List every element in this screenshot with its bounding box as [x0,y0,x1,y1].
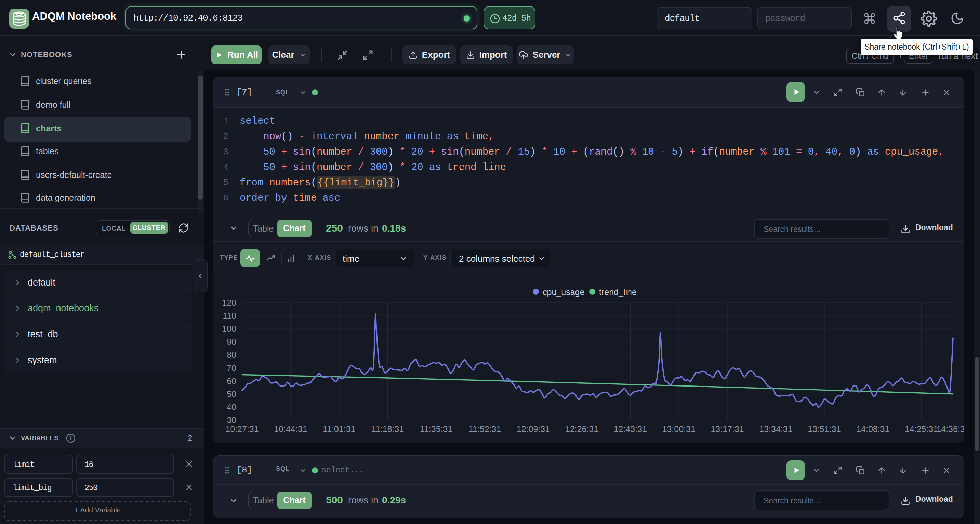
svg-text:50: 50 [227,389,236,399]
svg-text:70: 70 [227,363,236,373]
svg-text:13:51:31: 13:51:31 [808,424,841,434]
svg-text:11:01:31: 11:01:31 [323,424,355,434]
svg-text:12:43:31: 12:43:31 [614,424,647,434]
svg-text:60: 60 [227,376,236,386]
svg-text:14:36:31: 14:36:31 [936,424,964,434]
svg-text:trend_line: trend_line [599,287,637,297]
svg-text:110: 110 [223,311,236,320]
svg-text:30: 30 [227,415,236,425]
svg-text:12:09:31: 12:09:31 [517,424,550,434]
svg-text:13:17:31: 13:17:31 [711,424,744,434]
svg-text:11:52:31: 11:52:31 [468,424,501,434]
svg-text:cpu_usage: cpu_usage [542,287,584,297]
svg-text:100: 100 [222,324,236,333]
svg-text:14:08:31: 14:08:31 [856,424,889,434]
svg-text:14:25:31: 14:25:31 [905,424,938,434]
svg-text:10:27:31: 10:27:31 [225,424,259,434]
svg-text:11:35:31: 11:35:31 [420,424,452,434]
svg-text:90: 90 [227,337,236,347]
svg-text:40: 40 [227,402,236,412]
svg-text:12:26:31: 12:26:31 [565,424,598,434]
svg-text:120: 120 [222,298,236,307]
svg-text:80: 80 [227,350,236,360]
svg-text:11:18:31: 11:18:31 [371,424,404,434]
svg-text:13:34:31: 13:34:31 [759,424,792,434]
svg-text:13:00:31: 13:00:31 [662,424,695,434]
svg-text:10:44:31: 10:44:31 [274,424,307,434]
